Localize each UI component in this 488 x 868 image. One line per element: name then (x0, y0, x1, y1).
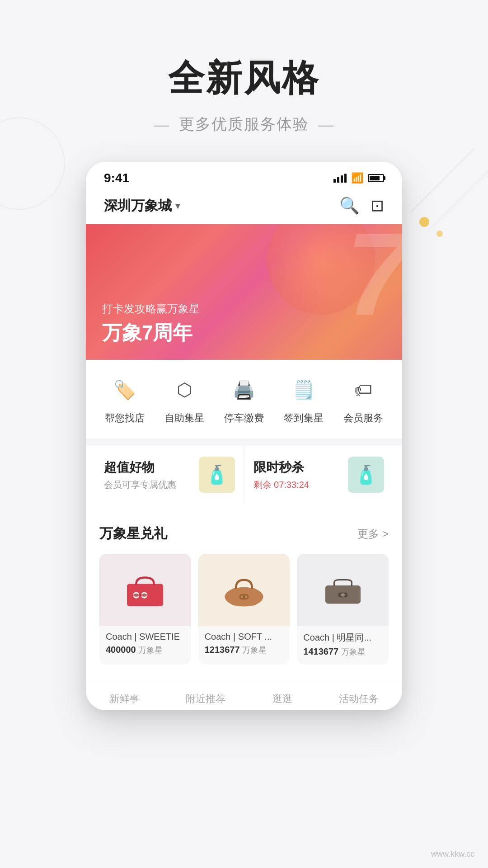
reward-stars-1: 400000 万象星 (106, 645, 185, 656)
hero-number: 7 (346, 224, 402, 333)
signal-icon (333, 174, 347, 183)
promo-section: 超值好物 会员可享专属优惠 🧴 限时秒杀 剩余 07:33:24 🧴 (86, 446, 402, 504)
status-time: 9:41 (104, 171, 129, 185)
quick-action-parking[interactable]: 🖨️ 停车缴费 (224, 373, 264, 425)
rewards-section: 万象星兑礼 更多 > (86, 511, 402, 674)
nav-actions: 🔍 ⊡ (339, 196, 384, 215)
quick-actions: 🏷️ 帮您找店 ⬡ 自助集星 🖨️ 停车缴费 🗒️ 签到集星 🏷 会员服务 (86, 360, 402, 439)
reward-image-3 (297, 554, 389, 626)
find-store-icon: 🏷️ (108, 373, 141, 406)
promo-deals-title: 超值好物 (104, 459, 176, 476)
nav-location[interactable]: 深圳万象城 ▾ (104, 197, 180, 215)
checkin-icon: 🗒️ (287, 373, 320, 406)
reward-info-1: Coach | SWEETIE 400000 万象星 (99, 626, 191, 663)
phone-mockup: 9:41 📶 深圳万象城 ▾ 🔍 (86, 162, 402, 710)
page-subtitle: 更多优质服务体验 (0, 114, 488, 135)
watermark: www.kkw.cc (431, 849, 474, 859)
hero-title: 万象7周年 (102, 320, 386, 346)
svg-point-11 (243, 595, 245, 598)
reward-stars-2: 1213677 万象星 (205, 645, 284, 656)
reward-name-2: Coach | SOFT ... (205, 632, 284, 642)
find-store-label: 帮您找店 (105, 411, 145, 425)
bottom-tabs: 新鲜事 附近推荐 逛逛 活动任务 (86, 681, 402, 710)
member-label: 会员服务 (343, 411, 383, 425)
tab-xinxianshi[interactable]: 新鲜事 (109, 692, 139, 706)
scan-icon[interactable]: ⊡ (371, 196, 384, 215)
promo-deals-desc: 会员可享专属优惠 (104, 479, 176, 491)
promo-deals-content: 超值好物 会员可享专属优惠 (104, 459, 176, 491)
search-icon[interactable]: 🔍 (339, 196, 360, 215)
reward-image-1 (99, 554, 191, 626)
reward-image-2 (198, 554, 290, 626)
promo-flash-title: 限时秒杀 (253, 459, 309, 476)
parking-icon: 🖨️ (228, 373, 260, 406)
divider-1 (86, 439, 402, 446)
reward-card-1[interactable]: Coach | SWEETIE 400000 万象星 (99, 554, 191, 665)
tab-fujin[interactable]: 附近推荐 (186, 692, 225, 706)
phone-wrapper: 9:41 📶 深圳万象城 ▾ 🔍 (0, 162, 488, 746)
rewards-more-button[interactable]: 更多 > (357, 527, 389, 541)
promo-deals-image: 🧴 (199, 457, 235, 493)
reward-name-3: Coach | 明星同... (303, 632, 382, 644)
promo-card-flash[interactable]: 限时秒杀 剩余 07:33:24 🧴 (244, 446, 394, 504)
wifi-icon: 📶 (351, 172, 363, 184)
quick-action-member[interactable]: 🏷 会员服务 (343, 373, 383, 425)
page-title: 全新风格 (0, 54, 488, 103)
promo-card-deals[interactable]: 超值好物 会员可享专属优惠 🧴 (95, 446, 244, 504)
svg-rect-6 (133, 594, 148, 596)
chevron-down-icon: ▾ (175, 200, 180, 211)
reward-info-2: Coach | SOFT ... 1213677 万象星 (198, 626, 290, 663)
parking-label: 停车缴费 (224, 411, 264, 425)
reward-stars-3: 1413677 万象星 (303, 646, 382, 657)
quick-action-collect-stars[interactable]: ⬡ 自助集星 (164, 373, 204, 425)
tab-activities[interactable]: 活动任务 (339, 692, 379, 706)
promo-flash-timer: 剩余 07:33:24 (253, 479, 309, 491)
battery-icon (368, 174, 384, 182)
hero-banner[interactable]: 7 打卡发攻略赢万象星 万象7周年 (86, 224, 402, 360)
status-bar: 9:41 📶 (86, 162, 402, 189)
rewards-title: 万象星兑礼 (99, 524, 167, 543)
reward-card-2[interactable]: Coach | SOFT ... 1213677 万象星 (198, 554, 290, 665)
status-icons: 📶 (333, 172, 384, 184)
quick-action-find-store[interactable]: 🏷️ 帮您找店 (105, 373, 145, 425)
collect-stars-icon: ⬡ (168, 373, 201, 406)
reward-card-3[interactable]: Coach | 明星同... 1413677 万象星 (297, 554, 389, 665)
member-icon: 🏷 (347, 373, 380, 406)
promo-flash-image: 🧴 (348, 457, 384, 493)
promo-flash-content: 限时秒杀 剩余 07:33:24 (253, 459, 309, 491)
svg-rect-16 (341, 594, 345, 596)
rewards-header: 万象星兑礼 更多 > (99, 524, 389, 543)
reward-name-1: Coach | SWEETIE (106, 632, 185, 642)
location-text: 深圳万象城 (104, 197, 172, 215)
collect-stars-label: 自助集星 (164, 411, 204, 425)
tab-guanguang[interactable]: 逛逛 (272, 692, 292, 706)
quick-action-checkin[interactable]: 🗒️ 签到集星 (284, 373, 324, 425)
nav-bar: 深圳万象城 ▾ 🔍 ⊡ (86, 189, 402, 224)
page-header: 全新风格 更多优质服务体验 (0, 0, 488, 162)
reward-info-3: Coach | 明星同... 1413677 万象星 (297, 626, 389, 665)
rewards-grid: Coach | SWEETIE 400000 万象星 (99, 554, 389, 665)
checkin-label: 签到集星 (284, 411, 324, 425)
